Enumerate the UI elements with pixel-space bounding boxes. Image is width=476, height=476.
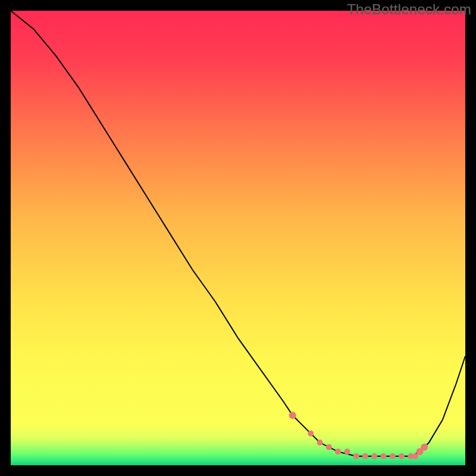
gradient-main bbox=[11, 11, 465, 427]
marker-point bbox=[344, 449, 350, 455]
marker-point bbox=[390, 453, 396, 459]
marker-point bbox=[421, 443, 428, 450]
marker-point bbox=[399, 453, 405, 459]
marker-point bbox=[289, 412, 296, 419]
marker-point bbox=[308, 431, 314, 437]
gradient-band bbox=[11, 427, 465, 465]
marker-point bbox=[326, 444, 332, 450]
watermark-text: TheBottleneck.com bbox=[347, 1, 471, 18]
marker-point bbox=[371, 453, 377, 459]
marker-point bbox=[317, 440, 323, 446]
chart-frame: TheBottleneck.com bbox=[0, 0, 476, 476]
marker-point bbox=[335, 449, 341, 455]
plot-area bbox=[11, 11, 465, 465]
marker-point bbox=[381, 453, 387, 459]
marker-point bbox=[362, 453, 368, 459]
marker-point bbox=[353, 453, 359, 459]
chart-svg bbox=[11, 11, 465, 465]
